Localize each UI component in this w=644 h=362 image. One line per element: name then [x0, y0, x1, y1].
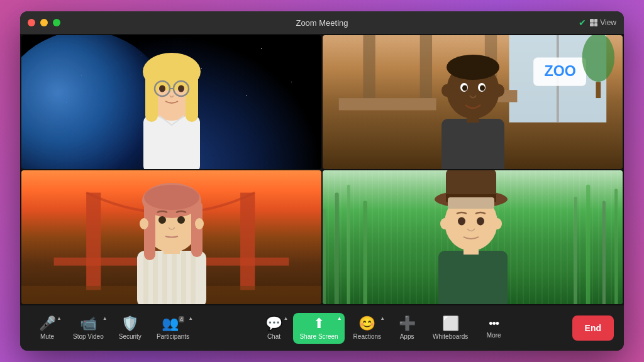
svg-rect-23	[441, 119, 504, 169]
close-button[interactable]	[28, 19, 35, 26]
view-button[interactable]: View	[590, 18, 616, 27]
svg-point-30	[480, 85, 485, 91]
more-icon: •••	[489, 318, 499, 329]
svg-rect-44	[191, 251, 196, 304]
svg-point-70	[440, 218, 449, 229]
end-button[interactable]: End	[572, 315, 614, 341]
toolbar: ▲ 🎤 Mute ▲ 📹 Stop Video 🛡️ Security ▲ 👥4…	[20, 305, 624, 351]
svg-point-26	[447, 55, 499, 80]
stop-video-button[interactable]: ▲ 📹 Stop Video	[67, 313, 110, 344]
shield-icon: 🛡️	[121, 317, 138, 331]
minimize-button[interactable]	[40, 19, 48, 26]
chat-button[interactable]: ▲ 💬 Chat	[257, 313, 291, 344]
svg-point-50	[144, 185, 199, 210]
toolbar-right: End	[572, 315, 614, 341]
mute-button[interactable]: ▲ 🎤 Mute	[30, 313, 64, 344]
participants-label: Participants	[157, 333, 189, 340]
titlebar-actions: ✔ View	[579, 18, 616, 28]
svg-point-72	[458, 217, 465, 226]
svg-point-53	[140, 218, 148, 229]
whiteboards-icon: ⬜	[442, 317, 459, 331]
zoom-window: Zoom Meeting ✔ View	[20, 11, 624, 351]
share-screen-caret: ▲	[337, 315, 342, 321]
svg-rect-48	[144, 200, 155, 260]
mute-label: Mute	[40, 333, 54, 340]
mute-caret: ▲	[57, 315, 62, 321]
share-screen-label: Share Screen	[299, 333, 338, 340]
svg-point-51	[158, 216, 166, 224]
svg-point-9	[159, 85, 165, 92]
svg-rect-5	[186, 72, 198, 122]
video-cell-4	[323, 170, 623, 304]
svg-rect-41	[162, 251, 167, 304]
whiteboards-label: Whiteboards	[433, 333, 468, 340]
reactions-caret: ▲	[380, 315, 385, 321]
stop-video-caret: ▲	[103, 315, 108, 321]
svg-point-31	[441, 84, 452, 97]
svg-rect-42	[172, 251, 177, 304]
svg-point-71	[493, 218, 502, 229]
whiteboards-button[interactable]: ⬜ Whiteboards	[426, 313, 474, 344]
avatar-3	[112, 170, 231, 304]
svg-point-29	[462, 85, 467, 91]
video-cell-3	[21, 170, 321, 304]
video-cell-2: ZOO	[323, 35, 623, 169]
reactions-button[interactable]: ▲ 😊 Reactions	[347, 313, 387, 344]
traffic-lights	[28, 19, 60, 26]
svg-point-54	[195, 218, 204, 229]
apps-icon: ➕	[399, 317, 416, 331]
avatar-1	[109, 35, 235, 169]
svg-point-10	[178, 85, 184, 92]
reactions-label: Reactions	[353, 333, 381, 340]
svg-rect-43	[181, 251, 186, 304]
svg-rect-63	[438, 251, 508, 304]
toolbar-left: ▲ 🎤 Mute ▲ 📹 Stop Video 🛡️ Security ▲ 👥4…	[30, 313, 196, 344]
maximize-button[interactable]	[53, 19, 60, 26]
camera-icon: 📹	[80, 317, 97, 331]
grid-icon	[590, 19, 597, 26]
chat-caret: ▲	[284, 315, 289, 321]
microphone-icon: 🎤	[39, 317, 56, 331]
more-label: More	[487, 332, 501, 339]
security-button[interactable]: 🛡️ Security	[113, 313, 148, 344]
participants-caret: ▲	[188, 315, 193, 321]
view-label: View	[600, 18, 616, 27]
reactions-icon: 😊	[358, 317, 375, 331]
video-grid: ZOO	[20, 34, 624, 305]
svg-point-32	[494, 84, 504, 97]
svg-rect-69	[448, 197, 494, 209]
apps-label: Apps	[400, 333, 414, 340]
stop-video-label: Stop Video	[73, 333, 104, 340]
video-cell-1	[21, 35, 321, 169]
more-button[interactable]: ••• More	[477, 314, 511, 343]
titlebar: Zoom Meeting ✔ View	[20, 11, 624, 34]
security-shield-icon: ✔	[579, 18, 586, 28]
participants-button[interactable]: ▲ 👥4 Participants	[150, 313, 196, 344]
chat-icon: 💬	[265, 317, 282, 331]
svg-rect-40	[153, 251, 158, 304]
people-icon: 👥4	[162, 317, 184, 331]
svg-rect-0	[143, 116, 200, 169]
share-screen-button[interactable]: ▲ ⬆ Share Screen	[293, 313, 344, 344]
chat-label: Chat	[267, 333, 280, 340]
toolbar-center: ▲ 💬 Chat ▲ ⬆ Share Screen ▲ 😊 Reactions …	[257, 313, 511, 344]
apps-button[interactable]: ➕ Apps	[390, 313, 424, 344]
security-label: Security	[119, 333, 142, 340]
svg-point-52	[177, 216, 185, 224]
share-screen-icon: ⬆	[313, 317, 325, 331]
avatar-4	[410, 170, 536, 304]
avatar-2	[416, 35, 530, 169]
svg-point-73	[477, 217, 484, 226]
svg-rect-4	[145, 72, 158, 122]
window-title: Zoom Meeting	[296, 18, 348, 28]
